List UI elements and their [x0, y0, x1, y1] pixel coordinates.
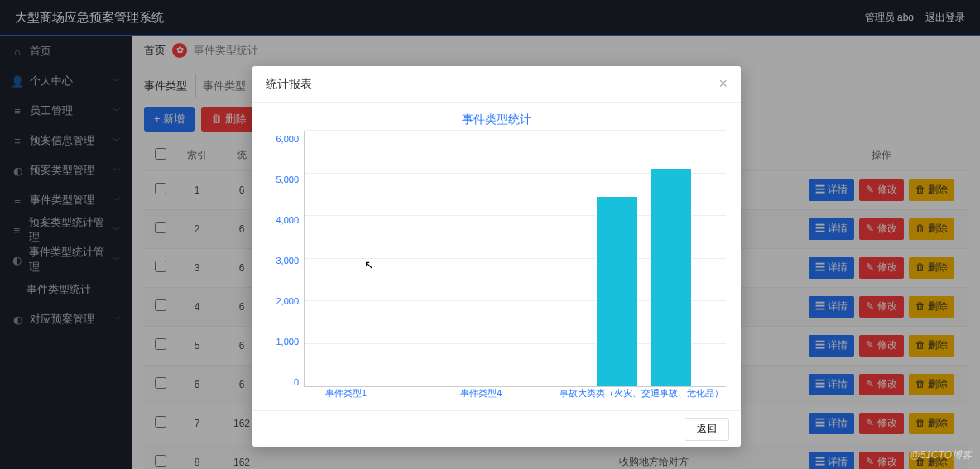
chart-bar[interactable]: [651, 169, 691, 386]
chart-title: 事件类型统计: [267, 112, 726, 127]
x-tick: 事件类型4: [460, 387, 502, 400]
modal-title: 统计报表: [266, 77, 312, 92]
y-tick: 2,000: [276, 296, 299, 306]
y-tick: 5,000: [276, 175, 299, 184]
chart-modal: 统计报表 × 事件类型统计 6,0005,0004,0003,0002,0001…: [252, 66, 741, 447]
back-button[interactable]: 返回: [685, 418, 729, 441]
x-axis-labels: 事件类型1事件类型4事故大类类（火灾、交通事故、危化品）: [304, 387, 726, 402]
chart-bar[interactable]: [597, 197, 637, 386]
x-tick: 事故大类类（火灾、交通事故、危化品）: [560, 387, 723, 400]
y-tick: 6,000: [276, 134, 299, 144]
y-tick: 3,000: [276, 256, 299, 266]
x-tick: 事件类型1: [325, 387, 367, 400]
y-tick: 0: [294, 377, 299, 387]
plot-area: [304, 131, 726, 387]
close-icon[interactable]: ×: [718, 75, 728, 93]
y-tick: 1,000: [276, 337, 299, 347]
y-axis: 6,0005,0004,0003,0002,0001,0000: [267, 131, 304, 407]
y-tick: 4,000: [276, 215, 299, 225]
watermark: @51CTO博客: [910, 448, 972, 462]
chart-area: 6,0005,0004,0003,0002,0001,0000 事件类型1事件类…: [267, 131, 726, 407]
